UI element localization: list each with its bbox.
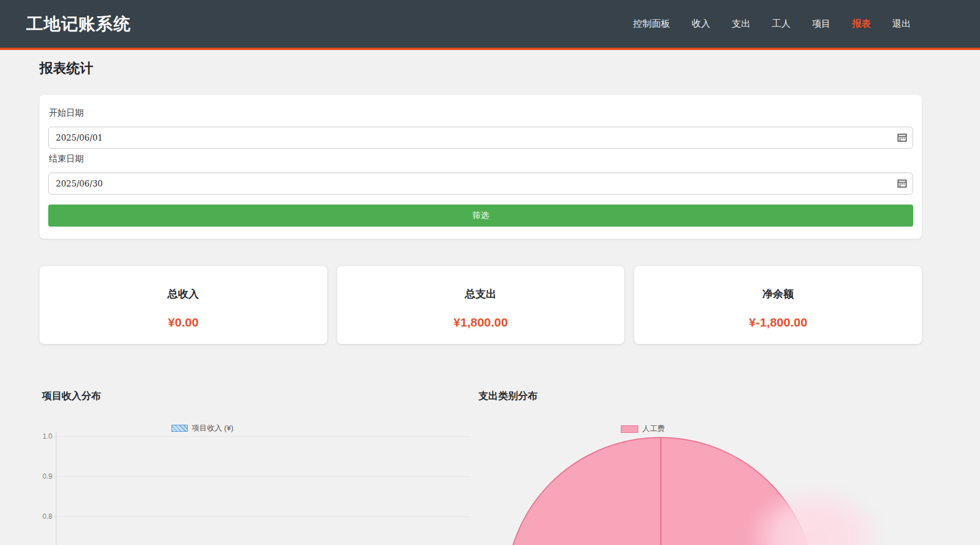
expense-chart-legend[interactable]: 人工费 [621,424,665,434]
income-legend-label: 项目收入 (¥) [192,423,234,433]
pie-slice-divider [660,438,661,545]
y-tick-1_0: 1.0 [33,432,52,440]
gridline [52,476,470,477]
total-expense-card: 总支出 ¥1,800.00 [337,266,625,344]
report-page: 工地记账系统 控制面板 收入 支出 工人 项目 报表 退出 报表统计 开始日期 [0,0,980,545]
page-title: 报表统计 [40,59,93,77]
app-title: 工地记账系统 [26,0,131,48]
end-date-label: 结束日期 [49,153,84,164]
income-legend-swatch-icon [171,425,188,432]
y-tick-0_9: 0.9 [33,472,52,481]
nav-item-projects[interactable]: 项目 [812,18,831,30]
total-expense-title: 总支出 [465,287,496,301]
total-income-card: 总收入 ¥0.00 [40,266,327,344]
end-date-field-wrap [48,173,913,195]
net-balance-card: 净余额 ¥-1,800.00 [634,266,922,344]
summary-cards-row: 总收入 ¥0.00 总支出 ¥1,800.00 净余额 ¥-1,800.00 [40,266,922,344]
start-date-field-wrap [48,127,913,149]
top-navbar: 工地记账系统 控制面板 收入 支出 工人 项目 报表 退出 [0,0,980,50]
y-tick-0_8: 0.8 [33,512,52,521]
income-chart-legend[interactable]: 项目收入 (¥) [171,423,234,433]
expense-chart-title: 支出类别分布 [478,389,538,403]
total-income-title: 总收入 [167,287,199,301]
nav-item-logout[interactable]: 退出 [892,18,911,30]
nav-item-workers[interactable]: 工人 [772,18,791,30]
start-date-input[interactable] [48,127,913,149]
expense-pie-chart[interactable] [505,437,816,545]
end-date-input[interactable] [48,173,913,195]
nav-item-dashboard[interactable]: 控制面板 [633,18,670,30]
nav-item-reports[interactable]: 报表 [852,18,871,30]
gridline [52,436,470,437]
nav-item-income[interactable]: 收入 [692,18,710,30]
total-expense-value: ¥1,800.00 [453,315,507,329]
start-date-label: 开始日期 [49,107,84,119]
gridline [52,517,470,517]
labor-legend-label: 人工费 [642,424,665,434]
nav-menu: 控制面板 收入 支出 工人 项目 报表 退出 [633,0,911,48]
calendar-icon[interactable] [897,179,907,188]
net-balance-value: ¥-1,800.00 [749,315,807,329]
nav-item-expense[interactable]: 支出 [732,18,750,30]
net-balance-title: 净余额 [763,287,794,301]
income-chart-title: 项目收入分布 [42,389,101,403]
y-axis-line [56,432,56,545]
calendar-icon[interactable] [897,133,907,142]
date-filter-card: 开始日期 结束日期 筛选 [40,95,922,239]
filter-submit-button[interactable]: 筛选 [48,205,913,227]
labor-legend-swatch-icon [621,425,638,433]
total-income-value: ¥0.00 [168,315,199,329]
